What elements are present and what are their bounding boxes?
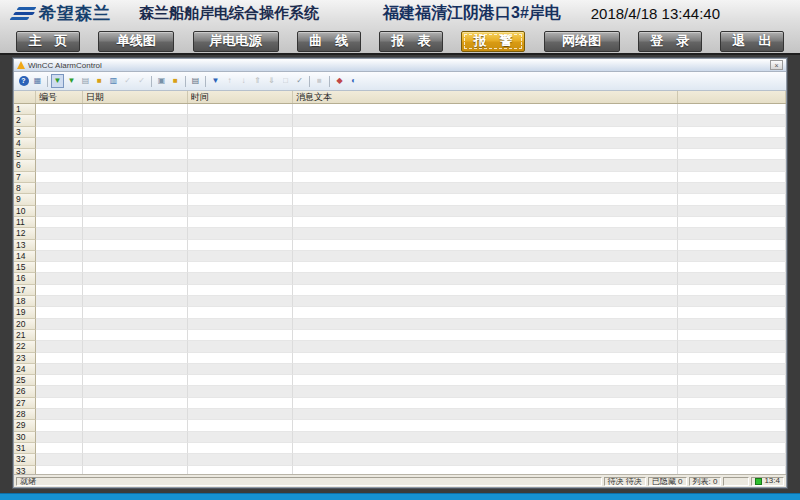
row-number: 31: [14, 443, 36, 454]
last-message-icon[interactable]: ↓: [237, 74, 250, 88]
nav-button-report[interactable]: 报 表: [379, 31, 443, 52]
empty-cell: [83, 115, 188, 126]
empty-cell: [678, 149, 786, 160]
nav-button-exit[interactable]: 退 出: [720, 31, 784, 52]
single-acknowledge-icon[interactable]: ✓: [293, 74, 306, 88]
row-number: 5: [14, 149, 36, 160]
sort-dialog-icon[interactable]: ✓: [135, 74, 148, 88]
status-ready: 就绪: [16, 477, 602, 486]
empty-cell: [36, 341, 83, 352]
empty-cell: [83, 296, 188, 307]
empty-cell: [678, 183, 786, 194]
empty-cell: [83, 251, 188, 262]
alarm-window-title: WinCC AlarmControl: [28, 61, 102, 70]
alarm-window-titlebar[interactable]: WinCC AlarmControl ×: [14, 59, 786, 72]
nav-button-single-line-diagram[interactable]: 单线图: [98, 31, 174, 52]
empty-cell: [293, 138, 678, 149]
emergency-acknowledge-icon[interactable]: ◆: [333, 74, 346, 88]
empty-cell: [678, 273, 786, 284]
nav-button-curve[interactable]: 曲 线: [297, 31, 361, 52]
empty-cell: [36, 104, 83, 115]
help-icon[interactable]: ?: [17, 74, 30, 88]
row-number: 29: [14, 420, 36, 431]
configuration-dialog-icon[interactable]: ▦: [31, 74, 44, 88]
empty-cell: [678, 375, 786, 386]
status-list-count: 列表: 0: [689, 477, 722, 486]
empty-cell: [293, 330, 678, 341]
nav-button-alarm[interactable]: 报 警: [461, 31, 525, 52]
empty-cell: [83, 104, 188, 115]
empty-cell: [188, 296, 293, 307]
selection-dialog-icon[interactable]: ▼: [209, 74, 222, 88]
empty-cell: [678, 466, 786, 475]
alarm-table-row: 21: [14, 330, 786, 341]
nav-button-home[interactable]: 主 页: [16, 31, 80, 52]
short-term-archive-icon[interactable]: ▼: [65, 74, 78, 88]
empty-cell: [83, 420, 188, 431]
statistics-list-icon[interactable]: ▥: [107, 74, 120, 88]
copy-icon[interactable]: ▣: [155, 74, 168, 88]
row-header-corner[interactable]: [14, 91, 36, 103]
lock-list-icon[interactable]: ■: [93, 74, 106, 88]
empty-cell: [36, 160, 83, 171]
alarm-table-row: 17: [14, 285, 786, 296]
row-number: 22: [14, 341, 36, 352]
empty-cell: [36, 420, 83, 431]
long-term-archive-icon[interactable]: ▤: [79, 74, 92, 88]
empty-cell: [36, 454, 83, 465]
empty-cell: [188, 138, 293, 149]
close-icon[interactable]: ×: [770, 60, 783, 70]
alarm-table-row: 7: [14, 172, 786, 183]
row-number: 26: [14, 386, 36, 397]
empty-cell: [293, 375, 678, 386]
empty-cell: [36, 285, 83, 296]
datetime-display: 2018/4/18 13:44:40: [591, 5, 720, 22]
alarm-table-row: 6: [14, 160, 786, 171]
connection-status-icon: [755, 478, 762, 485]
page-down-icon[interactable]: ⇓: [265, 74, 278, 88]
nav-button-login[interactable]: 登 录: [638, 31, 702, 52]
row-number: 16: [14, 273, 36, 284]
toolbar-separator: [47, 76, 48, 87]
empty-cell: [678, 262, 786, 273]
empty-cell: [83, 262, 188, 273]
group-acknowledge-icon[interactable]: ■: [313, 74, 326, 88]
empty-cell: [188, 432, 293, 443]
empty-cell: [36, 127, 83, 138]
empty-cell: [188, 285, 293, 296]
column-header-extra[interactable]: [678, 91, 786, 103]
alarm-table-row: 19: [14, 307, 786, 318]
acknowledge-page-icon[interactable]: □: [279, 74, 292, 88]
nav-button-shore-power-supply[interactable]: 岸电电源: [193, 31, 279, 52]
first-message-icon[interactable]: ↑: [223, 74, 236, 88]
empty-cell: [36, 206, 83, 217]
empty-cell: [188, 251, 293, 262]
top-chrome: 希望森兰 森兰船舶岸电综合操作系统 福建福清江阴港口3#岸电 2018/4/18…: [0, 0, 800, 55]
alarm-table-row: 13: [14, 240, 786, 251]
empty-cell: [293, 206, 678, 217]
column-header-time[interactable]: 时间: [188, 91, 293, 103]
empty-cell: [188, 149, 293, 160]
empty-cell: [83, 183, 188, 194]
column-header-date[interactable]: 日期: [83, 91, 188, 103]
column-header-message-text[interactable]: 消息文本: [293, 91, 678, 103]
time-base-dialog-icon[interactable]: ◐: [347, 74, 360, 88]
empty-cell: [293, 341, 678, 352]
empty-cell: [36, 217, 83, 228]
page-up-icon[interactable]: ⇑: [251, 74, 264, 88]
message-blocks-icon[interactable]: ✓: [121, 74, 134, 88]
empty-cell: [36, 307, 83, 318]
print-icon[interactable]: ▤: [189, 74, 202, 88]
row-number: 19: [14, 307, 36, 318]
message-list-icon[interactable]: ▼: [51, 74, 64, 88]
empty-cell: [83, 273, 188, 284]
alarm-table-row: 24: [14, 364, 786, 375]
empty-cell: [36, 228, 83, 239]
empty-cell: [83, 398, 188, 409]
column-header-id[interactable]: 编号: [36, 91, 83, 103]
empty-cell: [188, 228, 293, 239]
empty-cell: [188, 217, 293, 228]
lock-message-icon[interactable]: ■: [169, 74, 182, 88]
empty-cell: [188, 420, 293, 431]
nav-button-network-diagram[interactable]: 网络图: [544, 31, 620, 52]
